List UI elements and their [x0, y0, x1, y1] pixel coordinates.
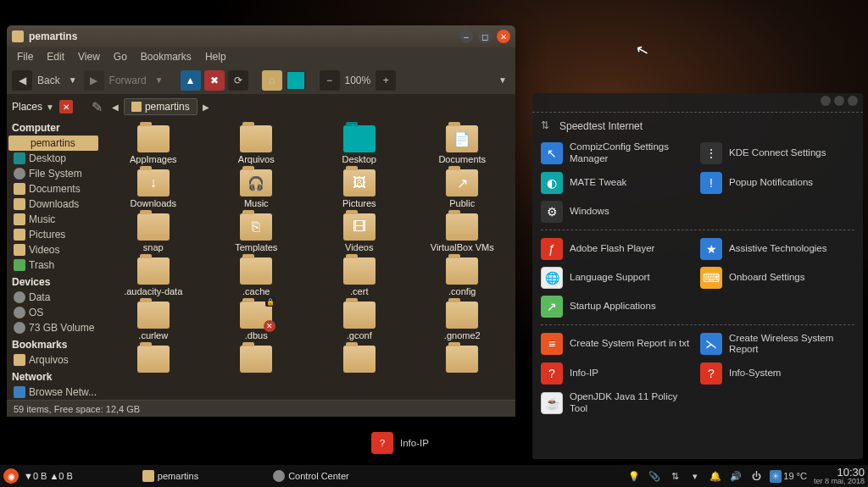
folder-item[interactable]: .curlew	[103, 302, 203, 340]
tray-shield-icon[interactable]: ▾	[688, 469, 702, 483]
places-toggle[interactable]: Places ▼	[12, 101, 54, 113]
fm-titlebar[interactable]: pemartins – ◻ ✕	[7, 25, 515, 47]
cc-item[interactable]: ↖CompizConfig Settings Manager	[541, 141, 695, 165]
folder-item[interactable]: ↗Public	[413, 169, 513, 208]
folder-item[interactable]: AppImages	[103, 125, 203, 164]
folder-item[interactable]	[309, 346, 409, 374]
folder-item[interactable]: Arquivos	[207, 125, 307, 164]
folder-item[interactable]: 📄Documents	[413, 125, 513, 164]
folder-item[interactable]	[103, 346, 203, 374]
cc-item[interactable]: ?Info-IP	[541, 362, 695, 385]
sidebar-item[interactable]: Videos	[7, 242, 100, 257]
folder-item[interactable]: 🖼Pictures	[309, 169, 409, 208]
tray-network-icon[interactable]: ⇅	[668, 469, 682, 483]
breadcrumb-next[interactable]: ▶	[203, 102, 209, 112]
fm-grid[interactable]: AppImagesArquivosDesktop📄Documents↓Downl…	[100, 119, 515, 400]
sidebar-item[interactable]: 73 GB Volume	[7, 320, 100, 335]
cc-item[interactable]: ≡Create System Report in txt	[541, 333, 695, 357]
menu-edit[interactable]: Edit	[40, 49, 71, 64]
close-button[interactable]: ✕	[497, 30, 510, 43]
folder-item[interactable]: snap	[103, 213, 203, 252]
net-indicator[interactable]: ▼0 B ▲0 B	[24, 471, 73, 481]
folder-item[interactable]: .gnome2	[413, 302, 513, 340]
sidebar-item[interactable]: pemartins	[8, 136, 98, 151]
fm-sidebar[interactable]: ComputerpemartinsDesktopFile SystemDocum…	[7, 119, 100, 400]
menu-file[interactable]: File	[10, 49, 40, 64]
back-history-dropdown[interactable]: ▼	[65, 75, 81, 85]
folder-item[interactable]: 🎞Videos	[309, 213, 409, 252]
taskbar-item-cc[interactable]: Control Center	[268, 468, 354, 484]
up-button[interactable]: ▲	[181, 70, 201, 91]
cc-maximize[interactable]	[834, 96, 844, 106]
folder-item[interactable]: VirtualBox VMs	[413, 213, 513, 252]
cc-item[interactable]: ⚙Windows	[541, 201, 695, 223]
sidebar-item[interactable]: Trash	[7, 257, 100, 273]
cc-item[interactable]: ↗Startup Applications	[541, 296, 695, 318]
folder-item[interactable]: ⎘Templates	[207, 213, 307, 252]
zoom-in-button[interactable]: +	[376, 70, 396, 91]
sidebar-item[interactable]: Downloads	[7, 196, 100, 212]
folder-item[interactable]: .cert	[309, 257, 409, 296]
sidebar-item[interactable]: Documents	[7, 181, 100, 196]
forward-button[interactable]: ▶	[84, 70, 104, 91]
back-button[interactable]: ◀	[12, 70, 32, 91]
sidebar-item[interactable]: File System	[7, 166, 100, 181]
forward-history-dropdown[interactable]: ▼	[152, 75, 167, 85]
minimize-button[interactable]: –	[459, 30, 473, 43]
tray-power-icon[interactable]: ⏻	[749, 469, 763, 483]
cc-close[interactable]	[848, 96, 858, 106]
cc-item[interactable]: ⋋Create Wireless System Report	[700, 333, 854, 357]
cc-item[interactable]: ?Info-System	[700, 362, 854, 385]
tray-clock[interactable]: 10:30 ter 8 mai, 2018	[814, 467, 865, 485]
tray-lightbulb-icon[interactable]: 💡	[627, 469, 641, 483]
breadcrumb-prev[interactable]: ◀	[112, 102, 119, 112]
cc-item[interactable]: ◐MATE Tweak	[541, 172, 695, 194]
breadcrumb-segment[interactable]: pemartins	[124, 98, 198, 115]
cc-item[interactable]: ★Assistive Technologies	[700, 238, 854, 260]
sidebar-item[interactable]: Music	[7, 212, 100, 227]
tray-bell-icon[interactable]: 🔔	[709, 469, 722, 483]
tray-clip-icon[interactable]: 📎	[648, 469, 661, 483]
folder-item[interactable]: Desktop	[309, 125, 409, 164]
cc-item[interactable]: ƒAdobe Flash Player	[541, 238, 695, 260]
folder-item[interactable]: .config	[413, 257, 513, 296]
folder-item[interactable]: 🔒✕.dbus	[207, 302, 307, 340]
reload-button[interactable]: ⟳	[228, 70, 248, 91]
taskbar-item-fm[interactable]: pemartins	[137, 468, 203, 484]
view-mode-dropdown[interactable]: ▼	[495, 75, 510, 85]
cc-item[interactable]: !Popup Notifications	[700, 172, 854, 194]
tray-weather[interactable]: ☀ 19 °C	[770, 469, 807, 483]
menu-go[interactable]: Go	[107, 49, 134, 64]
stop-button[interactable]: ✖	[204, 70, 225, 91]
cc-item[interactable]: ⌨Onboard Settings	[700, 267, 854, 289]
cc-item[interactable]: ⋮KDE Connect Settings	[700, 141, 854, 165]
tray-volume-icon[interactable]: 🔊	[729, 469, 743, 483]
menu-help[interactable]: Help	[198, 49, 233, 64]
folder-item[interactable]: .audacity-data	[103, 257, 203, 296]
folder-item[interactable]: 🎧Music	[207, 169, 307, 208]
start-menu-button[interactable]: ◉	[3, 468, 19, 484]
close-places-button[interactable]: ✕	[59, 100, 73, 113]
cc-item[interactable]: 🌐Language Support	[541, 267, 695, 289]
sidebar-item[interactable]: OS	[7, 305, 100, 320]
folder-item[interactable]: .cache	[207, 257, 307, 296]
home-button[interactable]: ⌂	[262, 70, 282, 91]
folder-item[interactable]: ↓Downloads	[103, 169, 203, 208]
menu-bookmarks[interactable]: Bookmarks	[134, 49, 198, 64]
maximize-button[interactable]: ◻	[478, 30, 492, 43]
cc-item[interactable]: ☕OpenJDK Java 11 Policy Tool	[541, 391, 695, 415]
folder-item[interactable]: .gconf	[309, 302, 409, 340]
computer-button[interactable]	[286, 70, 306, 91]
cc-minimize[interactable]	[821, 96, 831, 106]
sidebar-item[interactable]: Arquivos	[7, 352, 100, 368]
sidebar-item[interactable]: Pictures	[7, 227, 100, 242]
folder-item[interactable]	[207, 346, 307, 374]
cc-item-infoip-outer[interactable]: ? Info-IP	[371, 432, 429, 454]
folder-item[interactable]	[413, 346, 513, 374]
sidebar-item[interactable]: Browse Netw...	[7, 385, 100, 400]
sidebar-item[interactable]: Desktop	[7, 151, 100, 166]
menu-view[interactable]: View	[71, 49, 107, 64]
edit-path-button[interactable]: ✎	[88, 97, 107, 116]
zoom-out-button[interactable]: −	[320, 70, 340, 91]
sidebar-item[interactable]: Data	[7, 290, 100, 305]
